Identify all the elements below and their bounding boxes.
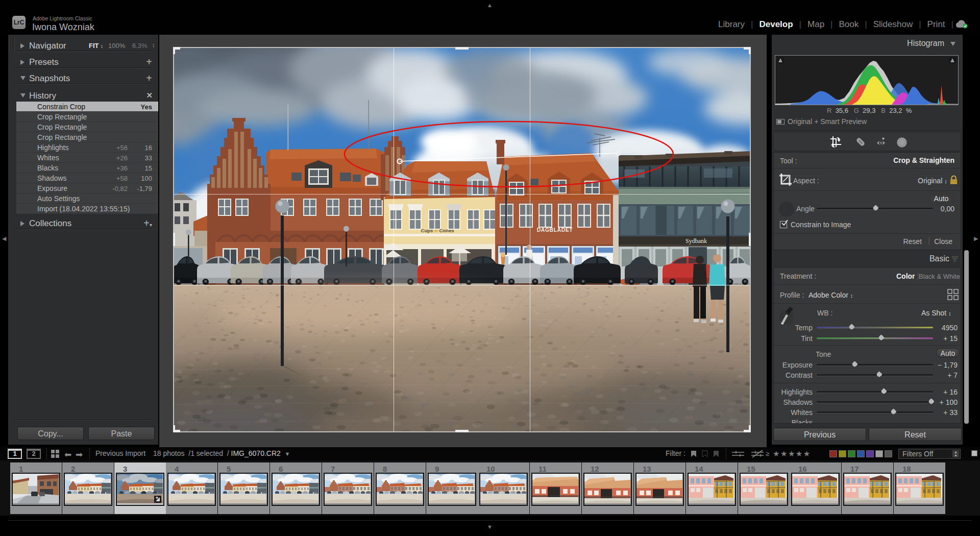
svg-text:Cups·n·Cones: Cups·n·Cones	[421, 228, 454, 233]
svg-text:DAGBLADET: DAGBLADET	[537, 227, 573, 233]
svg-text:Sydbank: Sydbank	[685, 237, 707, 245]
